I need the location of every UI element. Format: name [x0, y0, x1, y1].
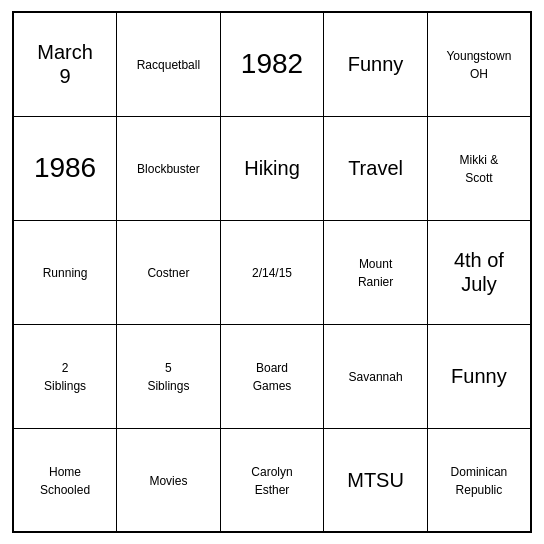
- cell-1-4: Mikki &Scott: [427, 116, 531, 220]
- cell-text-1-4: Mikki &Scott: [460, 153, 499, 185]
- cell-2-0: Running: [13, 220, 117, 324]
- cell-3-2: BoardGames: [220, 324, 324, 428]
- cell-3-3: Savannah: [324, 324, 428, 428]
- cell-text-0-4: YoungstownOH: [446, 49, 511, 81]
- bingo-board: March9Racquetball1982FunnyYoungstownOH19…: [12, 11, 532, 533]
- cell-text-0-0: March9: [37, 41, 93, 87]
- cell-4-0: HomeSchooled: [13, 428, 117, 532]
- cell-text-4-4: DominicanRepublic: [451, 465, 508, 497]
- cell-1-2: Hiking: [220, 116, 324, 220]
- cell-text-1-2: Hiking: [244, 157, 300, 179]
- cell-text-1-0: 1986: [34, 152, 96, 183]
- cell-text-3-3: Savannah: [349, 370, 403, 384]
- cell-4-3: MTSU: [324, 428, 428, 532]
- cell-text-3-4: Funny: [451, 365, 507, 387]
- cell-text-2-1: Costner: [147, 266, 189, 280]
- cell-2-1: Costner: [117, 220, 221, 324]
- cell-2-3: MountRanier: [324, 220, 428, 324]
- cell-1-0: 1986: [13, 116, 117, 220]
- cell-3-4: Funny: [427, 324, 531, 428]
- cell-1-1: Blockbuster: [117, 116, 221, 220]
- cell-0-4: YoungstownOH: [427, 12, 531, 116]
- cell-text-2-2: 2/14/15: [252, 266, 292, 280]
- cell-text-1-1: Blockbuster: [137, 162, 200, 176]
- cell-text-2-4: 4th ofJuly: [454, 249, 504, 295]
- cell-3-0: 2Siblings: [13, 324, 117, 428]
- cell-4-2: CarolynEsther: [220, 428, 324, 532]
- cell-text-4-0: HomeSchooled: [40, 465, 90, 497]
- cell-text-2-0: Running: [43, 266, 88, 280]
- cell-text-0-3: Funny: [348, 53, 404, 75]
- cell-0-3: Funny: [324, 12, 428, 116]
- cell-2-2: 2/14/15: [220, 220, 324, 324]
- cell-4-1: Movies: [117, 428, 221, 532]
- cell-text-3-0: 2Siblings: [44, 361, 86, 393]
- cell-1-3: Travel: [324, 116, 428, 220]
- cell-text-3-1: 5Siblings: [147, 361, 189, 393]
- cell-4-4: DominicanRepublic: [427, 428, 531, 532]
- cell-0-0: March9: [13, 12, 117, 116]
- cell-2-4: 4th ofJuly: [427, 220, 531, 324]
- cell-text-3-2: BoardGames: [253, 361, 292, 393]
- cell-0-1: Racquetball: [117, 12, 221, 116]
- cell-text-2-3: MountRanier: [358, 257, 393, 289]
- cell-text-4-1: Movies: [149, 474, 187, 488]
- cell-text-1-3: Travel: [348, 157, 403, 179]
- cell-text-4-2: CarolynEsther: [251, 465, 292, 497]
- cell-text-0-2: 1982: [241, 48, 303, 79]
- cell-0-2: 1982: [220, 12, 324, 116]
- cell-3-1: 5Siblings: [117, 324, 221, 428]
- cell-text-4-3: MTSU: [347, 469, 404, 491]
- cell-text-0-1: Racquetball: [137, 58, 200, 72]
